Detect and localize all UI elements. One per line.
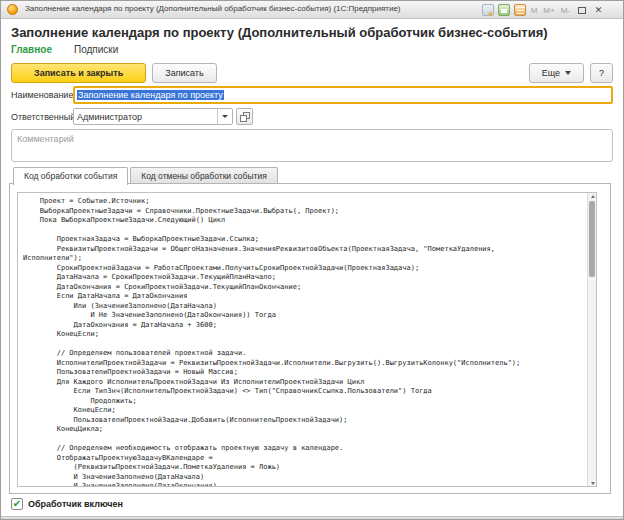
memory-m-button[interactable]: M [530,6,539,15]
calendar-icon[interactable] [498,4,510,16]
nav-item-subscriptions[interactable]: Подписки [74,44,118,55]
responsible-combobox[interactable]: Администратор [73,108,233,125]
comment-placeholder: Комментарий [17,134,74,144]
responsible-row: Ответственный: Администратор [11,108,613,125]
window-titlebar: Заполнение календаря по проекту (Дополни… [1,1,623,19]
memory-m-minus-button[interactable]: M- [560,6,571,15]
star-icon: ★ [487,11,493,18]
window-title: Заполнение календаря по проекту (Дополни… [25,4,401,13]
tab-event-cancel-code[interactable]: Код отмены обработки события [130,167,277,184]
favorites-icon[interactable]: ★ [482,4,494,16]
triangle-up-icon [591,195,595,198]
save-button[interactable]: Записать [152,63,216,83]
more-button[interactable]: Еще [529,63,584,83]
chevron-down-icon [222,115,228,118]
chevron-down-icon [565,71,571,75]
tab-content-panel: Проект = Событие.Источник; ВыборкаПроект… [9,183,611,494]
maximize-icon [578,7,586,14]
responsible-dropdown-button[interactable] [217,109,232,124]
scroll-up-button[interactable] [589,193,596,199]
calculator-icon[interactable] [514,4,526,16]
maximize-button[interactable] [575,4,588,17]
1c-app-icon [7,4,18,15]
handler-enabled-label: Обработчик включен [28,499,123,509]
vertical-scrollbar[interactable] [587,193,596,486]
tab-event-handler-code[interactable]: Код обработки события [13,167,128,185]
close-button[interactable]: ✕ [592,4,605,17]
responsible-value: Администратор [74,109,217,124]
responsible-open-button[interactable] [236,108,253,125]
save-and-close-button[interactable]: Записать и закрыть [11,63,146,83]
scrollbar-thumb[interactable] [589,201,595,277]
name-input-selected-text: Заполнение календаря по проекту [77,90,224,100]
help-button[interactable]: ? [590,63,613,83]
section-nav: Главное Подписки [11,44,118,55]
scroll-down-button[interactable] [589,480,596,486]
comment-textarea[interactable]: Комментарий [11,129,613,162]
code-editor[interactable]: Проект = Событие.Источник; ВыборкаПроект… [17,192,597,487]
command-bar: Записать и закрыть Записать Еще ? [11,62,613,83]
handler-enabled-checkbox[interactable]: ✔ [11,498,23,510]
checkmark-icon: ✔ [13,499,21,509]
code-text[interactable]: Проект = Событие.Источник; ВыборкаПроект… [18,193,586,486]
page-title: Заполнение календаря по проекту (Дополни… [11,25,613,40]
name-field-label: Наименование: [11,90,73,100]
close-icon: ✕ [595,5,603,15]
nav-item-main[interactable]: Главное [11,44,52,55]
name-row: Наименование: Заполнение календаря по пр… [11,86,613,104]
name-input[interactable]: Заполнение календаря по проекту [73,86,613,104]
more-button-label: Еще [542,68,560,78]
handler-enabled-row: ✔ Обработчик включен [11,498,123,510]
triangle-down-icon [591,482,595,485]
window-bottom-edge [1,516,623,519]
memory-m-plus-button[interactable]: M+ [542,6,555,15]
responsible-field-label: Ответственный: [11,112,73,122]
open-link-icon [240,112,250,122]
